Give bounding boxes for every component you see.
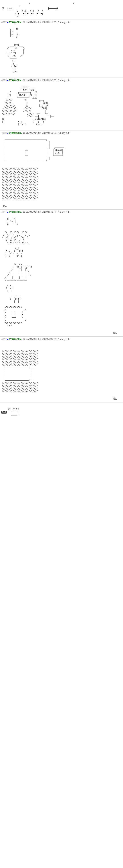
post-4387: 4387 ◆ EYA4Qm3Rn. 2016/04/02(土) 21:00:18… (0, 20, 123, 78)
post-header-4389: 4389 ◆ EYA4Qm3Rn. 2016/04/02(土) 21:00:52… (1, 79, 122, 82)
diamond-icon: ◆ (7, 79, 8, 82)
post-date: 2016/04/02(土) 21:04:42 (23, 211, 53, 214)
tor-section: ToR (っ ´ω`)っ ┌────┐ │ │ └────┘ (0, 402, 123, 422)
post-number: 4389 (1, 79, 7, 82)
post-header-4390: 4390 ◆ EYA4Qm3Rn. 2016/04/02(土) 21:04:19… (1, 131, 122, 134)
top-banner-art: ★ ★ ☆ 田 ｌｎs. ▐━━━━━━A ∧ ∧ A ∧ A ∧ ∧ ( ▼ … (1, 1, 122, 19)
diamond-icon: ◆ (7, 21, 8, 24)
post-number: 4387 (1, 21, 7, 24)
diamond-icon: ◆ (7, 132, 8, 134)
tor-ascii: (っ ´ω`)っ ┌────┐ │ │ └────┘ (7, 404, 20, 421)
post-4391: 4391 ◆ EYA4Qm3Rn. 2016/04/02(土) 21:04:42… (0, 210, 123, 337)
post-name: EYA4Qm3Rn. (9, 79, 22, 82)
post-4392: 4392 ◆ EYA4Qm3Rn. 2016/04/02(土) 21:05:00… (0, 337, 123, 402)
post-ascii-art-4389: ─三三─ T BAR 応応 " ┌────────┐ 三 "| │ 魔の巣 │水… (1, 82, 122, 129)
post-date: 2016/04/02(土) 21:00:52 (23, 79, 53, 82)
header-banner: ★ ★ ☆ 田 ｌｎs. ▐━━━━━━A ∧ ∧ A ∧ A ∧ ∧ ( ▼ … (0, 0, 123, 20)
diamond-icon: ◆ (7, 338, 8, 340)
post-uid: ID:/UnheycU0 (54, 211, 69, 213)
post-header-4387: 4387 ◆ EYA4Qm3Rn. 2016/04/02(土) 21:00:18… (1, 21, 122, 24)
post-ascii-art-4391: ∩────∩ ｜ ﾌﾞｰﾅ | ∪──────∪ /\ /\ /\/\ /\/\… (1, 214, 122, 331)
post-number: 4392 (1, 338, 7, 340)
post-header-4391: 4391 ◆ EYA4Qm3Rn. 2016/04/02(土) 21:04:42… (1, 211, 122, 214)
post-uid: ID:/UnheycU0 (54, 21, 69, 24)
post-header-4392: 4392 ◆ EYA4Qm3Rn. 2016/04/02(土) 21:05:00… (1, 338, 122, 341)
post-date: 2016/04/02(土) 21:05:00 (23, 338, 53, 341)
post-4390: 4390 ◆ EYA4Qm3Rn. 2016/04/02(土) 21:04:19… (0, 130, 123, 210)
post-ascii-art-4390: ┌──────────────────────────────┐ │ │ │ │… (1, 135, 122, 203)
post-number: 4391 (1, 211, 7, 213)
post-uid: ID:/UnheycU0 (54, 338, 69, 340)
diamond-icon: ◆ (7, 211, 8, 213)
post-4389: 4389 ◆ EYA4Qm3Rn. 2016/04/02(土) 21:00:52… (0, 78, 123, 130)
tor-badge: ToR (1, 411, 7, 413)
reaction-text-4391: 嗣… (1, 331, 122, 336)
reaction-text-4390: 嗣… (1, 203, 122, 209)
post-date: 2016/04/02(土) 21:04:19 (23, 131, 53, 134)
post-date: 2016/04/02(土) 21:00:18 (23, 21, 53, 24)
reaction-text-4392: 嗯… (1, 396, 122, 401)
post-ascii-art-4387: ┌─┐ 块 │ｒ│ │ｗ│ ｋ └─┘ ω ___(▼▼)___ ／ ∪∪ ＼ … (1, 24, 122, 77)
post-name: EYA4Qm3Rn. (9, 132, 22, 134)
post-number: 4390 (1, 132, 7, 134)
post-name: EYA4Qm3Rn. (9, 338, 22, 340)
post-uid: ID:/UnheycU0 (54, 132, 69, 134)
post-name: EYA4Qm3Rn. (9, 21, 22, 24)
post-uid: ID:/UnheycU0 (54, 79, 69, 82)
post-name: EYA4Qm3Rn. (9, 211, 22, 213)
post-ascii-art-4392: /////\/\///\/////\\///\/\// /////\/\///\… (1, 341, 122, 396)
